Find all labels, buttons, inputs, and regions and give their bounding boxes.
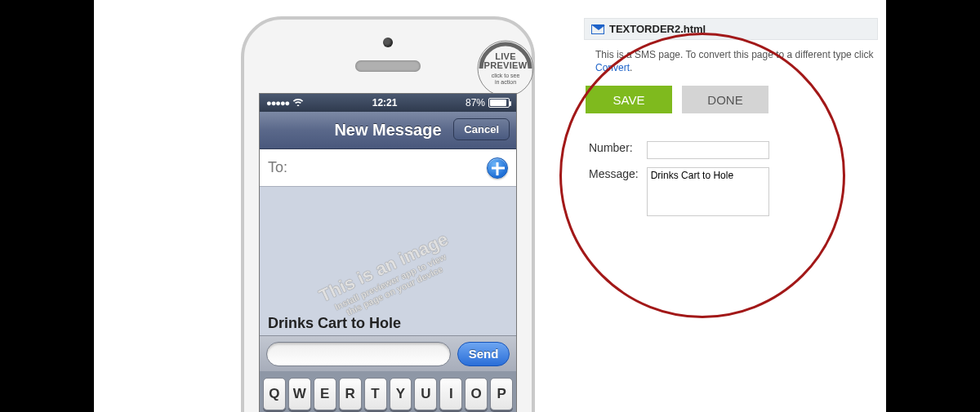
key-t[interactable]: T — [364, 378, 387, 410]
composed-message-text: Drinks Cart to Hole — [268, 315, 401, 332]
live-preview-badge[interactable]: LIVEPREVIEW click to see in action — [473, 36, 538, 101]
key-w[interactable]: W — [288, 378, 311, 410]
save-button[interactable]: SAVE — [586, 86, 672, 113]
nav-title: New Message — [334, 121, 441, 140]
battery-pct: 87% — [466, 97, 485, 109]
number-label: Number: — [586, 138, 642, 162]
live-badge-sub: click to see in action — [492, 73, 520, 85]
hint-suffix: . — [630, 62, 632, 73]
battery-icon — [488, 98, 510, 108]
message-textarea[interactable] — [647, 167, 769, 216]
send-button[interactable]: Send — [457, 342, 510, 366]
number-input[interactable] — [647, 141, 769, 159]
key-p[interactable]: P — [490, 378, 513, 410]
live-badge-line1: LIVE — [495, 51, 516, 61]
filename-label: TEXTORDER2.html — [609, 23, 706, 35]
message-area: Drinks Cart to Hole — [260, 187, 516, 335]
convert-link[interactable]: Convert — [595, 62, 630, 73]
hint-prefix: This is a SMS page. To convert this page… — [595, 49, 873, 60]
key-r[interactable]: R — [339, 378, 362, 410]
key-e[interactable]: E — [314, 378, 336, 410]
editor-panel: TEXTORDER2.html This is a SMS page. To c… — [584, 18, 878, 224]
done-button[interactable]: DONE — [682, 86, 768, 113]
key-o[interactable]: O — [465, 378, 488, 410]
mail-icon — [591, 24, 604, 34]
key-q[interactable]: Q — [263, 378, 286, 410]
compose-bar: Send — [260, 335, 516, 371]
phone-camera-icon — [383, 38, 393, 47]
keyboard-row: QWERTYUIOP — [260, 371, 516, 412]
phone-mockup: LIVEPREVIEW click to see in action ●●●●●… — [241, 16, 535, 412]
key-y[interactable]: Y — [390, 378, 412, 410]
page-type-hint: This is a SMS page. To convert this page… — [584, 40, 878, 86]
add-recipient-icon[interactable] — [487, 157, 508, 179]
status-time: 12:21 — [372, 97, 398, 109]
wifi-icon — [292, 97, 304, 109]
live-badge-line2: PREVIEW — [484, 60, 528, 70]
key-u[interactable]: U — [414, 378, 437, 410]
compose-input[interactable] — [266, 342, 451, 366]
nav-bar: New Message Cancel — [260, 112, 516, 149]
file-row[interactable]: TEXTORDER2.html — [584, 18, 878, 40]
to-label: To: — [268, 159, 287, 176]
phone-screen: ●●●●● 12:21 87% New Message Cancel To: — [259, 93, 517, 412]
status-bar: ●●●●● 12:21 87% — [260, 94, 516, 112]
message-label: Message: — [586, 164, 642, 222]
cancel-button[interactable]: Cancel — [453, 118, 510, 140]
key-i[interactable]: I — [439, 378, 462, 410]
phone-speaker-icon — [355, 60, 421, 72]
to-field-row[interactable]: To: — [260, 149, 516, 187]
signal-icon: ●●●●● — [266, 98, 289, 108]
